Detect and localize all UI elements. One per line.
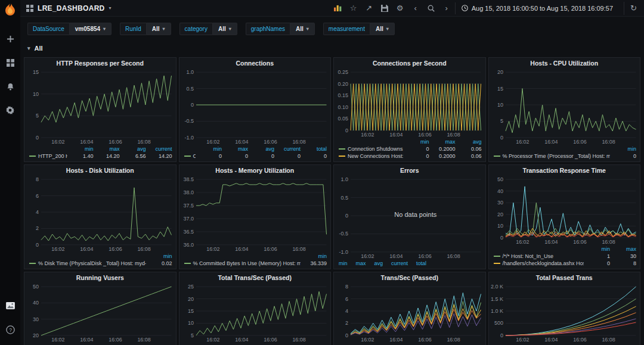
row-toggle-all[interactable]: ▾ All [20,41,644,56]
legend-column-header[interactable]: total [301,145,327,153]
legend-value: 0.2000 [429,145,456,153]
panel-title[interactable]: Running Vusers [24,272,176,284]
dashboard-panel: Hosts - Memory Utilization 36.036.537.03… [179,164,332,269]
panel-title[interactable]: Hosts - Disk Utilization [24,165,176,176]
svg-text:20: 20 [187,296,193,302]
legend-column-header[interactable]: avg [120,145,146,153]
svg-text:38.0: 38.0 [183,189,193,195]
dashboard-panel: Hosts - Disk Utilization 0246816:0216:04… [24,164,177,269]
legend-series-label[interactable]: HTTP_200 Host: Not_In_Use [29,153,67,160]
legend-value: 0 [196,153,222,160]
clock-icon [462,5,468,11]
legend-column-header[interactable]: min [403,138,429,145]
panel-title[interactable]: Hosts - Memory Utilization [179,165,331,176]
refresh-icon[interactable]: ↻ [624,2,638,15]
legend-column-header[interactable]: min [584,245,610,253]
filter-dropdown[interactable]: All▾ [146,23,171,35]
legend-column-header[interactable]: avg [248,145,274,153]
svg-text:0: 0 [190,102,193,108]
filter-label: graphNames [246,23,290,35]
svg-text:16:04: 16:04 [544,139,558,145]
legend-column-header[interactable]: avg [374,260,383,267]
svg-text:16:06: 16:06 [109,139,122,145]
legend-column-header[interactable]: min [610,145,636,153]
svg-text:16:08: 16:08 [292,337,305,343]
grafana-logo[interactable] [3,3,17,17]
svg-text:16:02: 16:02 [361,253,374,259]
alerting-bell-icon[interactable] [2,79,18,94]
svg-text:16:08: 16:08 [292,246,305,252]
no-data-message [351,70,481,130]
star-icon[interactable]: ☆ [346,2,361,15]
filter-dropdown[interactable]: All▾ [370,23,395,35]
settings-gear-icon[interactable]: ⚙ [393,2,407,15]
legend-series-label[interactable]: /handlers/checklogindata.ashx Host: Not_… [494,260,584,267]
share-icon[interactable]: ↗ [362,2,376,15]
panel-title[interactable]: HTTP Responses per Second [24,58,176,69]
legend-series-label[interactable]: New Connections Host: Not_In_Use [339,153,403,160]
svg-text:16:02: 16:02 [516,337,529,343]
time-range-picker[interactable]: Aug 15, 2018 16:00:50 to Aug 15, 2018 16… [455,2,619,14]
svg-text:0: 0 [500,235,503,241]
time-back-icon[interactable]: ‹ [408,2,423,15]
help-icon[interactable]: ? [2,322,18,337]
filter-dropdown[interactable]: All▾ [212,23,237,35]
panel-title[interactable]: Hosts - CPU Utilization [489,58,640,69]
legend-column-header[interactable]: max [94,145,120,153]
legend-column-header[interactable]: min [196,145,222,153]
svg-text:16:04: 16:04 [389,337,402,343]
legend-column-header[interactable]: max [610,245,636,253]
legend-column-header[interactable]: current [274,145,301,153]
no-data-message [196,70,326,137]
time-forward-icon[interactable]: › [439,2,454,15]
legend-column-header[interactable]: min [339,260,348,267]
template-variable-filter: RunId All▾ [120,23,171,35]
legend-value: 0 [274,153,301,160]
legend-series-label[interactable]: % Committed Bytes In Use (Memory) Host: … [184,260,301,267]
legend-column-header[interactable]: total [416,260,426,267]
series-color-dash [494,256,500,257]
panel-title[interactable]: Trans/Sec (Passed) [334,272,485,284]
legend-column-header[interactable]: min [301,253,327,260]
panel-title[interactable]: Connections per Second [334,58,485,69]
create-plus-icon[interactable] [2,31,18,46]
legend-column-header[interactable]: max [429,138,456,145]
legend-series-label[interactable]: % Disk Time (PhysicalDisk _Total) Host: … [29,260,146,267]
svg-text:10: 10 [187,320,193,326]
dashboards-icon[interactable] [2,55,18,70]
dashboard-picker-grid-icon[interactable] [26,5,33,12]
panel-title[interactable]: Total Trans/Sec (Passed) [179,272,331,284]
filter-dropdown[interactable]: All▾ [290,23,315,35]
svg-text:38.5: 38.5 [183,176,193,182]
no-data-message [506,70,636,137]
legend-column-header[interactable]: min [146,253,172,260]
legend-series-label[interactable]: /*/* Host: Not_In_Use [494,253,584,260]
legend-series-label[interactable]: % Processor Time (Processor _Total) Host… [494,153,611,160]
dashboard-title[interactable]: LRE_DASHBOARD [38,4,105,13]
filter-dropdown[interactable]: vm05854▾ [69,23,112,35]
configuration-gear-icon[interactable] [2,102,18,118]
legend-column-header[interactable]: max [222,145,248,153]
legend-column-header[interactable]: current [391,260,408,267]
svg-text:2.0 K: 2.0 K [490,284,503,290]
legend-series-label[interactable]: Connection Shutdowns Host: Not_In_Use [339,145,403,153]
snapshot-image-icon[interactable] [2,298,18,313]
panel-legend: min% Processor Time (Processor _Total) H… [489,145,640,161]
save-icon[interactable] [377,2,392,15]
panel-title[interactable]: Connections [179,58,331,69]
panel-body: 2030405016:0216:0416:0616:08 [24,284,176,343]
legend-column-header[interactable]: min [67,145,94,153]
add-panel-icon[interactable] [331,2,345,15]
zoom-out-icon[interactable] [424,2,438,15]
no-data-message [41,285,171,335]
panel-title[interactable]: Errors [334,165,485,176]
svg-text:0: 0 [345,213,348,219]
legend-column-header[interactable]: avg [456,138,482,145]
svg-text:16:02: 16:02 [51,246,64,252]
svg-text:16:04: 16:04 [235,337,248,343]
legend-column-header[interactable]: max [356,260,366,267]
panel-title[interactable]: Total Passed Trans [489,272,640,284]
legend-series-label[interactable]: Connections Host: Not_In_Use [184,153,196,160]
panel-title[interactable]: Transaction Response Time [489,165,640,176]
legend-column-header[interactable]: current [146,145,172,153]
